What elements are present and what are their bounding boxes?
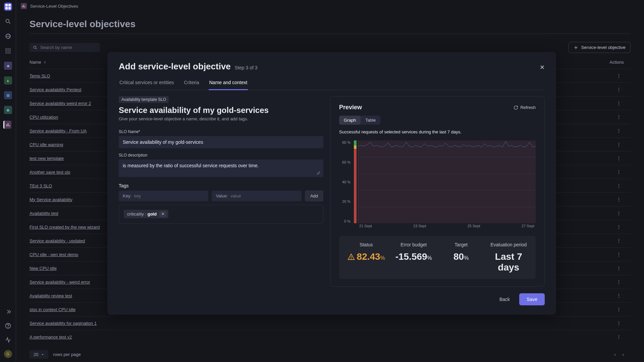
row-actions-button[interactable]: ⋮	[597, 128, 631, 133]
prev-page-button[interactable]: ‹	[614, 352, 615, 357]
y-tick: 20 %	[339, 199, 351, 203]
slo-link[interactable]: Another save test slo	[30, 170, 70, 175]
slo-link[interactable]: Service availability for pagination 1	[30, 321, 97, 326]
search-icon[interactable]	[4, 17, 12, 25]
slo-name-input[interactable]	[119, 136, 323, 148]
slo-link[interactable]: Temp SLO	[30, 73, 50, 78]
row-actions-button[interactable]: ⋮	[597, 320, 631, 326]
y-tick: 0 %	[339, 219, 351, 223]
save-button[interactable]: Save	[519, 293, 545, 305]
breadcrumb-bar: Service-Level Objectives	[16, 0, 644, 12]
help-icon[interactable]	[4, 322, 12, 330]
grid-icon[interactable]	[4, 47, 12, 55]
y-tick: 80 %	[339, 140, 351, 144]
slo-link[interactable]: test new template	[30, 156, 64, 161]
eb-label: Error budget	[390, 242, 438, 247]
row-actions-button[interactable]: ⋮	[597, 238, 631, 243]
slo-link[interactable]: New CPU idle	[30, 266, 57, 271]
slo-name-label: SLO Name*	[119, 129, 323, 134]
slo-link[interactable]: First SLO created by the new wizard	[30, 225, 100, 230]
tab-graph[interactable]: Graph	[339, 116, 361, 125]
slo-link[interactable]: My Service availability	[30, 197, 72, 202]
row-actions-button[interactable]: ⋮	[597, 73, 631, 78]
modal-close-button[interactable]: ✕	[540, 64, 545, 71]
pinned-app-4[interactable]: ◉	[4, 106, 12, 114]
slo-link[interactable]: Service availability - updated	[30, 238, 85, 243]
row-actions-button[interactable]: ⋮	[597, 114, 631, 120]
row-actions-button[interactable]: ⋮	[597, 334, 631, 340]
plot: 21 Sept23 Sept25 Sept27 Sept	[354, 140, 536, 229]
slo-link[interactable]: TEst 3 SLO	[30, 183, 52, 188]
row-actions-button[interactable]: ⋮	[597, 279, 631, 285]
add-tag-button[interactable]: Add	[305, 190, 323, 201]
tab-critical-services[interactable]: Critical services or entities	[119, 76, 175, 90]
brand-logo[interactable]	[4, 3, 12, 11]
status-label: Status	[342, 242, 390, 247]
slo-link[interactable]: CPU idle - pen test demo	[30, 252, 78, 257]
slo-link[interactable]: Service availability - From UA	[30, 128, 87, 133]
apps-icon[interactable]	[4, 32, 12, 40]
svg-rect-17	[22, 6, 23, 7]
svg-point-11	[9, 52, 10, 53]
row-actions-button[interactable]: ⋮	[597, 142, 631, 147]
row-actions-button[interactable]: ⋮	[597, 293, 631, 298]
period-value: Last 7 days	[485, 251, 533, 273]
form-column: Availability template SLO Service availa…	[119, 96, 323, 287]
svg-point-6	[5, 50, 6, 51]
row-actions-button[interactable]: ⋮	[597, 252, 631, 257]
search-input[interactable]	[30, 43, 100, 52]
row-actions-button[interactable]: ⋮	[597, 307, 631, 312]
row-actions-button[interactable]: ⋮	[597, 183, 631, 188]
tag-key-field[interactable]	[134, 193, 204, 198]
row-actions-button[interactable]: ⋮	[597, 87, 631, 92]
x-tick: 27 Sept	[522, 224, 534, 229]
slo-link[interactable]: CPU idle warning	[30, 142, 63, 147]
slo-link[interactable]: Availability test	[30, 211, 58, 216]
row-actions-button[interactable]: ⋮	[597, 101, 631, 106]
svg-point-9	[5, 52, 6, 53]
chevron-down-icon	[41, 353, 44, 356]
tab-name-context[interactable]: Name and context	[209, 76, 248, 90]
page-size-select[interactable]: 20	[30, 350, 48, 359]
pinned-app-3[interactable]: ▦	[4, 91, 12, 99]
remove-tag-button[interactable]: ✕	[159, 211, 166, 217]
expand-rail-icon[interactable]	[4, 308, 12, 316]
refresh-button[interactable]: Refresh	[514, 105, 536, 110]
back-button[interactable]: Back	[494, 293, 515, 305]
tab-criteria[interactable]: Criteria	[183, 76, 200, 90]
tag-key-input[interactable]: Key:	[119, 191, 208, 201]
pinned-app-2[interactable]: ▲	[4, 76, 12, 84]
row-actions-button[interactable]: ⋮	[597, 156, 631, 161]
tag-value-input[interactable]: Value:	[212, 191, 301, 201]
target-num: 80	[453, 251, 464, 262]
search-icon	[33, 45, 38, 50]
modal-title: Add service-level objective	[119, 61, 231, 72]
next-page-button[interactable]: ›	[623, 352, 624, 357]
row-actions-button[interactable]: ⋮	[597, 224, 631, 230]
svg-point-4	[7, 49, 8, 50]
svg-point-28	[351, 258, 351, 259]
slo-link[interactable]: A performance test v2	[30, 335, 72, 340]
pinned-app-slo[interactable]	[3, 121, 11, 129]
row-actions-button[interactable]: ⋮	[597, 197, 631, 202]
pinned-app-1[interactable]: ◆	[4, 62, 12, 70]
search-field[interactable]	[40, 45, 97, 50]
edit-icon[interactable]	[317, 171, 321, 175]
slo-link[interactable]: slos in context CPU idle	[30, 307, 75, 312]
slo-link[interactable]: Availability review test	[30, 293, 72, 298]
row-actions-button[interactable]: ⋮	[597, 169, 631, 175]
slo-link[interactable]: Service availability weird error 2	[30, 101, 91, 106]
activity-icon[interactable]	[4, 336, 12, 344]
user-avatar[interactable]: G	[4, 350, 12, 358]
tag-value-field[interactable]	[230, 193, 298, 198]
row-actions-button[interactable]: ⋮	[597, 210, 631, 216]
slo-link[interactable]: CPU utilization	[30, 115, 58, 120]
stat-period: Evaluation period Last 7 days	[485, 242, 533, 273]
tab-table[interactable]: Table	[361, 116, 380, 125]
row-actions-button[interactable]: ⋮	[597, 265, 631, 271]
slo-link[interactable]: Service availability - weird error	[30, 280, 90, 285]
slo-desc-input[interactable]	[119, 160, 323, 177]
add-slo-button[interactable]: Service-level objective	[569, 42, 631, 53]
slo-link[interactable]: Service availability Pentest	[30, 87, 82, 92]
stats-bar: Status 82.43% Error budget -15.569% Targ…	[339, 236, 536, 279]
